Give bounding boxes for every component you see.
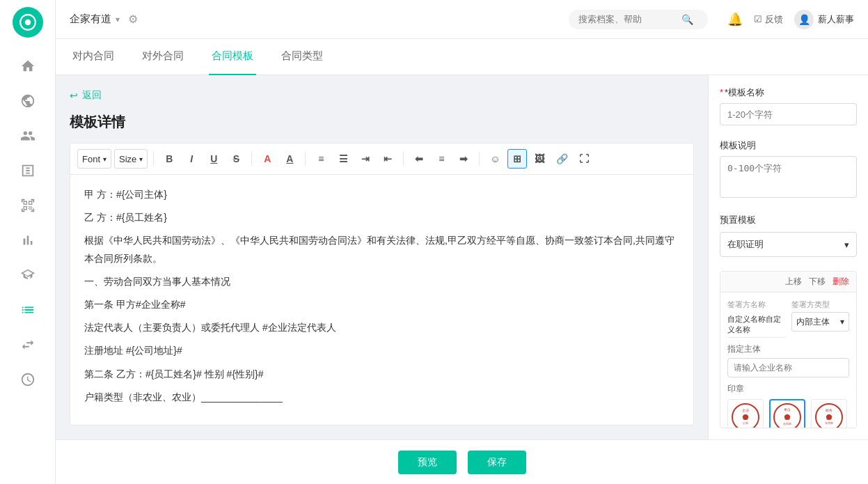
indent-button[interactable]: ⇥ [356, 149, 375, 169]
sidebar-item-table[interactable] [0, 153, 55, 188]
sidebar-logo[interactable] [13, 7, 43, 38]
divider-3 [305, 152, 306, 166]
align-left-button[interactable]: ⬅ [409, 149, 429, 169]
table-button[interactable]: ⊞ [507, 149, 527, 169]
editor-line-9: 户籍类型（非农业、农业）_______________ [84, 389, 679, 406]
tab-contract-template[interactable]: 合同模板 [209, 39, 256, 75]
search-icon: 🔍 [681, 14, 693, 25]
main-area: 企家有道 ▾ ⚙ 🔍 🔔 ☑ 反馈 👤 薪人薪事 [56, 0, 868, 484]
template-name-field: **模板名称 [720, 86, 857, 125]
unordered-list-button[interactable]: ≡ [311, 149, 331, 169]
seal-label: 印章 [727, 383, 849, 395]
designated-input[interactable] [727, 358, 849, 377]
tab-internal-contract[interactable]: 对内合同 [70, 39, 117, 75]
tab-external-contract[interactable]: 对外合同 [139, 39, 187, 75]
feedback-label: 反馈 [765, 13, 783, 26]
exchange-icon [20, 337, 35, 352]
sidebar-item-chart[interactable] [0, 223, 55, 258]
seal-svg-1: 企业 公章 [730, 402, 761, 428]
home-icon [20, 58, 35, 74]
sig-up-button[interactable]: 上移 [785, 276, 802, 288]
ordered-list-button[interactable]: ☰ [333, 149, 353, 169]
people-icon [20, 128, 35, 143]
feedback-button[interactable]: ☑ 反馈 [754, 13, 783, 26]
search-input[interactable] [578, 14, 676, 24]
content: ↩ 返回 模板详情 Font ▾ Size ▾ [56, 75, 868, 439]
divider-1 [153, 152, 154, 166]
font-dropdown-icon: ▾ [103, 155, 106, 163]
brand-name[interactable]: 企家有道 ▾ [70, 13, 120, 26]
seal-item-2[interactable]: 单位 合同章 [769, 399, 805, 428]
sidebar-item-exchange[interactable] [0, 327, 55, 362]
svg-point-1 [24, 19, 31, 26]
bell-icon[interactable]: 🔔 [727, 12, 743, 27]
align-center-button[interactable]: ≡ [432, 149, 451, 169]
italic-button[interactable]: I [182, 149, 201, 169]
sidebar-item-people[interactable] [0, 118, 55, 153]
org-icon [20, 93, 35, 109]
editor-toolbar: Font ▾ Size ▾ B I U S A [70, 143, 693, 175]
save-button[interactable]: 保存 [468, 451, 526, 474]
editor-line-7: 注册地址 #{公司地址}# [84, 342, 679, 359]
sig-delete-button[interactable]: 删除 [833, 276, 849, 288]
editor-panel: ↩ 返回 模板详情 Font ▾ Size ▾ [56, 75, 708, 439]
editor-line-8: 第二条 乙方：#{员工姓名}# 性别 #{性别}# [84, 366, 679, 383]
sig-type-select[interactable]: 内部主体 ▾ [791, 312, 850, 331]
nav-tabs: 对内合同 对外合同 合同模板 合同类型 [56, 39, 868, 75]
page-title: 模板详情 [70, 113, 694, 132]
emoji-button[interactable]: ☺ [485, 149, 505, 169]
sidebar-item-org[interactable] [0, 84, 55, 118]
font-select[interactable]: Font ▾ [77, 149, 111, 169]
sidebar-item-scan[interactable] [0, 188, 55, 223]
editor-line-5: 第一条 甲方#企业全称# [84, 296, 679, 313]
font-color-button[interactable]: A [258, 149, 277, 169]
sidebar-item-clock[interactable] [0, 362, 55, 397]
size-select[interactable]: Size ▾ [114, 149, 148, 169]
checkbox-icon: ☑ [754, 14, 762, 24]
editor-line-6: 法定代表人（主要负责人）或委托代理人 #企业法定代表人 [84, 319, 679, 336]
sidebar [0, 0, 56, 484]
strikethrough-button[interactable]: S [226, 149, 246, 169]
divider-4 [403, 152, 404, 166]
sig-name-col-label: 签署方名称 [727, 299, 786, 310]
user-menu[interactable]: 👤 薪人薪事 [794, 10, 854, 29]
sig-down-button[interactable]: 下移 [809, 276, 826, 288]
underline-button[interactable]: U [204, 149, 223, 169]
sidebar-item-home[interactable] [0, 49, 55, 84]
bold-button[interactable]: B [159, 149, 179, 169]
editor-body[interactable]: 甲 方：#{公司主体} 乙 方：#{员工姓名} 根据《中华人民共和国劳动法》、《… [70, 175, 693, 425]
seal-item-3[interactable]: 财务 专用章 [811, 399, 847, 428]
search-bar[interactable]: 🔍 [569, 10, 708, 29]
template-desc-field: 模板说明 [720, 139, 857, 200]
template-name-input[interactable] [720, 103, 857, 125]
sidebar-item-list[interactable] [0, 292, 55, 327]
sig-type-dropdown-icon: ▾ [840, 317, 844, 327]
highlight-button[interactable]: A [280, 149, 299, 169]
align-right-button[interactable]: ➡ [454, 149, 473, 169]
clock-icon [20, 372, 35, 387]
preview-button[interactable]: 预览 [398, 451, 457, 474]
svg-text:公章: 公章 [743, 421, 748, 425]
image-button[interactable]: 🖼 [530, 149, 549, 169]
tab-contract-type[interactable]: 合同类型 [278, 39, 326, 75]
sig-name-col: 签署方名称 自定义名称自定义名称 [727, 299, 786, 338]
preset-dropdown-icon: ▾ [844, 240, 849, 250]
seal-item-1[interactable]: 企业 公章 [727, 399, 764, 428]
breadcrumb[interactable]: ↩ 返回 [70, 89, 694, 102]
sig-header: 上移 下移 删除 [720, 272, 856, 292]
right-panel: **模板名称 模板说明 预置模板 在职证明 ▾ [708, 75, 868, 439]
seal-list: 企业 公章 单位 合同章 [727, 399, 849, 428]
editor-line-1: 甲 方：#{公司主体} [84, 186, 679, 203]
template-desc-input[interactable] [720, 156, 857, 198]
brand-label: 企家有道 [70, 13, 111, 26]
template-name-label: **模板名称 [720, 86, 857, 99]
sig-type-col-label: 签署方类型 [791, 299, 850, 310]
settings-icon[interactable]: ⚙ [128, 13, 138, 26]
list-icon [20, 302, 35, 318]
preset-select[interactable]: 在职证明 ▾ [720, 232, 857, 257]
link-button[interactable]: 🔗 [552, 149, 571, 169]
outdent-button[interactable]: ⇤ [378, 149, 397, 169]
sig-row-1: 签署方名称 自定义名称自定义名称 签署方类型 内部主体 ▾ [727, 299, 849, 338]
fullscreen-button[interactable]: ⛶ [574, 149, 594, 169]
sidebar-item-graduate[interactable] [0, 258, 55, 292]
